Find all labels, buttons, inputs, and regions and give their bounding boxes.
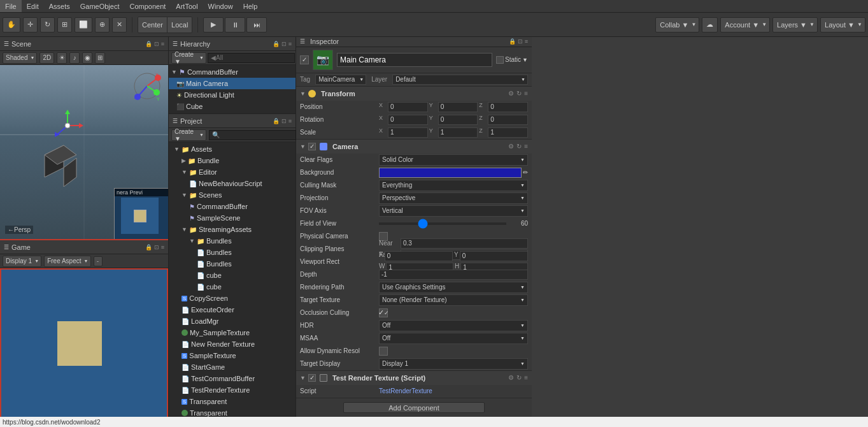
inspector-lock[interactable]: 🔒 (509, 38, 516, 45)
scale-x-input[interactable] (388, 127, 428, 138)
project-editor[interactable]: ▼ 📁 Editor (169, 166, 295, 178)
viewport-x-input[interactable] (385, 251, 453, 261)
display-dropdown[interactable]: Display 1 (3, 256, 41, 267)
project-cube1[interactable]: 📄 cube (169, 270, 295, 281)
project-loadmgr[interactable]: 📄 LoadMgr (169, 315, 295, 327)
project-transparent1[interactable]: S Transparent (169, 396, 295, 407)
menu-arttool[interactable]: ArtTool (171, 0, 203, 12)
tool-move[interactable]: ✛ (23, 17, 38, 33)
transform-header[interactable]: ▼ Transform ⚙ ↻ ≡ (296, 87, 532, 101)
background-color-picker[interactable] (379, 168, 522, 178)
gizmos-toggle[interactable]: ⊞ (95, 52, 105, 64)
project-rendertext[interactable]: 📄 New Render Texture (169, 338, 295, 350)
depth-input[interactable] (379, 270, 528, 280)
project-testcmd[interactable]: 📄 TestCommandBuffer (169, 373, 295, 384)
transform-action1[interactable]: ↻ (516, 90, 522, 97)
tag-value[interactable]: MainCamera (315, 75, 366, 85)
scene-lock-icon[interactable]: 🔒 (145, 41, 152, 47)
test-render-action2[interactable]: ≡ (524, 374, 528, 381)
object-name-input[interactable] (337, 53, 492, 67)
2d-btn[interactable]: 2D (39, 52, 54, 64)
hierarchy-max[interactable]: ⊡ (281, 41, 287, 47)
step-button[interactable]: ⏭ (246, 17, 267, 33)
hdr-dropdown[interactable]: Off (379, 320, 528, 331)
play-button[interactable]: ▶ (203, 17, 224, 33)
project-create[interactable]: Create ▼ (171, 129, 206, 141)
hierarchy-create[interactable]: Create ▼ (171, 52, 206, 64)
hierarchy-more[interactable]: ≡ (288, 41, 292, 47)
position-z-input[interactable] (488, 102, 528, 112)
camera-action2[interactable]: ≡ (524, 143, 528, 150)
inspector-more[interactable]: ≡ (525, 38, 528, 45)
hierarchy-search[interactable] (208, 53, 295, 63)
tool-rect[interactable]: ⬜ (75, 17, 92, 33)
center-btn[interactable]: Center (138, 17, 167, 33)
hierarchy-directional-light[interactable]: ☀ Directional Light (169, 89, 295, 101)
camera-component-header[interactable]: ▼ Camera ⚙ ↻ ≡ (296, 140, 532, 154)
transform-action2[interactable]: ≡ (524, 90, 528, 97)
hierarchy-lock[interactable]: 🔒 (273, 41, 280, 47)
layers-dropdown[interactable]: Layers ▼ (772, 17, 818, 33)
game-lock-icon[interactable]: 🔒 (145, 244, 152, 250)
add-component-button[interactable]: Add Component (343, 402, 485, 413)
project-max[interactable]: ⊡ (281, 118, 287, 124)
fov-axis-dropdown[interactable]: Vertical (379, 205, 528, 217)
account-dropdown[interactable]: Account ▼ (720, 17, 770, 33)
menu-window[interactable]: Window (203, 0, 238, 12)
game-scale-minus[interactable]: - (94, 256, 103, 266)
script-value-text[interactable]: TestRenderTexture (379, 387, 528, 394)
occlusion-checkbox[interactable]: ✓ (379, 308, 388, 317)
projection-dropdown[interactable]: Perspective (379, 192, 528, 204)
near-input[interactable] (401, 238, 528, 249)
menu-gameobject[interactable]: GameObject (75, 0, 125, 12)
project-newbehaviour[interactable]: 📄 NewBehaviourScript (169, 178, 295, 189)
test-render-header[interactable]: ▼ Test Render Texture (Script) ⚙ ↻ ≡ (296, 371, 532, 385)
camera-enabled-checkbox[interactable] (308, 143, 316, 150)
test-render-context[interactable]: ⚙ (508, 374, 514, 381)
scale-z-input[interactable] (488, 127, 528, 138)
menu-help[interactable]: Help (238, 0, 263, 12)
menu-edit[interactable]: Edit (22, 0, 44, 12)
culling-dropdown[interactable]: Everything (379, 180, 528, 191)
static-checkbox[interactable] (496, 56, 504, 64)
project-samplescene[interactable]: ⚑ SampleScene (169, 212, 295, 224)
project-bundles-file2[interactable]: 📄 Bundles (169, 258, 295, 270)
project-more[interactable]: ≡ (288, 118, 292, 124)
static-dropdown-arrow[interactable]: ▼ (522, 57, 528, 63)
viewport-y-input[interactable] (460, 251, 528, 261)
project-testrender[interactable]: 📄 TestRenderTexture (169, 384, 295, 396)
project-commandbuffer-scene[interactable]: ⚑ CommandBuffer (169, 201, 295, 212)
project-cube2[interactable]: 📄 cube (169, 281, 295, 293)
msaa-dropdown[interactable]: Off (379, 333, 528, 344)
hierarchy-cube[interactable]: ⬛ Cube (169, 101, 295, 112)
scene-3d-view[interactable]: X Z Y (0, 65, 168, 239)
light-toggle[interactable]: ☀ (57, 52, 67, 64)
test-render-action1[interactable]: ↻ (516, 374, 522, 381)
project-streaming[interactable]: ▼ 📁 StreamingAssets (169, 224, 295, 235)
camera-action1[interactable]: ↻ (516, 143, 522, 150)
position-x-input[interactable] (388, 102, 428, 112)
layer-value[interactable]: Default (392, 75, 528, 85)
test-render-enabled-checkbox[interactable] (308, 374, 316, 382)
position-y-input[interactable] (438, 102, 478, 112)
target-display-dropdown[interactable]: Display 1 (379, 358, 528, 370)
audio-toggle[interactable]: ♪ (69, 52, 80, 64)
scene-maximize-icon[interactable]: ⊡ (154, 41, 159, 47)
tool-scale[interactable]: ⊞ (57, 17, 72, 33)
object-active-checkbox[interactable] (300, 55, 309, 64)
project-bundle[interactable]: ▶ 📁 Bundle (169, 155, 295, 166)
cloud-btn[interactable]: ☁ (702, 17, 718, 33)
project-bundles-file1[interactable]: 📄 Bundles (169, 247, 295, 258)
menu-component[interactable]: Component (124, 0, 171, 12)
tool-rotate[interactable]: ↻ (40, 17, 55, 33)
project-mytexture[interactable]: My_SampleTexture (169, 327, 295, 338)
project-bundles-folder[interactable]: ▼ 📁 Bundles (169, 235, 295, 247)
tool-transform[interactable]: ⊕ (95, 17, 110, 33)
background-color-edit[interactable]: ✏ (523, 169, 528, 176)
shading-dropdown[interactable]: Shaded (3, 52, 37, 64)
scene-more-icon[interactable]: ≡ (161, 41, 164, 47)
transform-context-menu[interactable]: ⚙ (508, 90, 514, 97)
project-scenes[interactable]: ▼ 📁 Scenes (169, 189, 295, 201)
project-executeorder[interactable]: 📄 ExecuteOrder (169, 304, 295, 315)
menu-assets[interactable]: Assets (44, 0, 75, 12)
